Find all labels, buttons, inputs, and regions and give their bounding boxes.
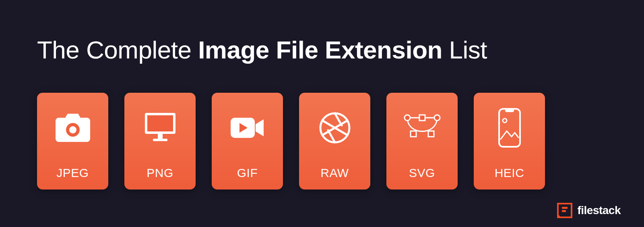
card-jpeg[interactable]: JPEG: [37, 93, 108, 190]
card-svg[interactable]: SVG: [386, 93, 458, 190]
camera-icon: [37, 110, 108, 146]
card-label: GIF: [237, 166, 258, 180]
svg-rect-19: [428, 131, 434, 137]
card-raw[interactable]: RAW: [299, 93, 370, 190]
svg-point-22: [503, 119, 507, 123]
filestack-mark-icon: [557, 203, 572, 218]
title-bold: Image File Extension: [198, 36, 442, 64]
svg-rect-3: [147, 115, 173, 131]
svg-point-15: [405, 115, 410, 121]
card-heic[interactable]: HEIC: [474, 93, 545, 190]
svg-point-1: [69, 126, 76, 133]
title-prefix: The Complete: [37, 36, 198, 64]
phone-image-icon: [474, 110, 545, 146]
svg-rect-18: [411, 131, 416, 137]
svg-line-13: [322, 121, 335, 128]
title-suffix: List: [442, 36, 487, 64]
svg-rect-17: [419, 115, 425, 121]
card-png[interactable]: PNG: [124, 93, 196, 190]
brand-name: filestack: [577, 204, 621, 217]
video-icon: [212, 110, 283, 146]
page-title: The Complete Image File Extension List: [37, 35, 487, 64]
svg-rect-4: [158, 134, 163, 139]
aperture-icon: [299, 110, 370, 146]
bezier-icon: [386, 110, 458, 146]
svg-point-16: [434, 115, 440, 121]
card-gif[interactable]: GIF: [212, 93, 283, 190]
svg-rect-25: [562, 210, 566, 212]
svg-rect-5: [153, 139, 167, 141]
card-label: PNG: [147, 166, 173, 180]
card-label: HEIC: [495, 166, 524, 180]
monitor-icon: [124, 110, 196, 146]
card-list: JPEG PNG GIF: [37, 93, 545, 190]
card-label: JPEG: [56, 166, 89, 180]
card-label: SVG: [409, 166, 435, 180]
card-label: RAW: [320, 166, 349, 180]
svg-line-9: [335, 121, 347, 128]
svg-line-12: [322, 128, 335, 135]
svg-rect-24: [562, 207, 568, 209]
svg-rect-21: [505, 109, 514, 112]
brand-logo[interactable]: filestack: [557, 203, 621, 218]
svg-line-10: [335, 128, 347, 135]
svg-rect-20: [499, 109, 520, 147]
